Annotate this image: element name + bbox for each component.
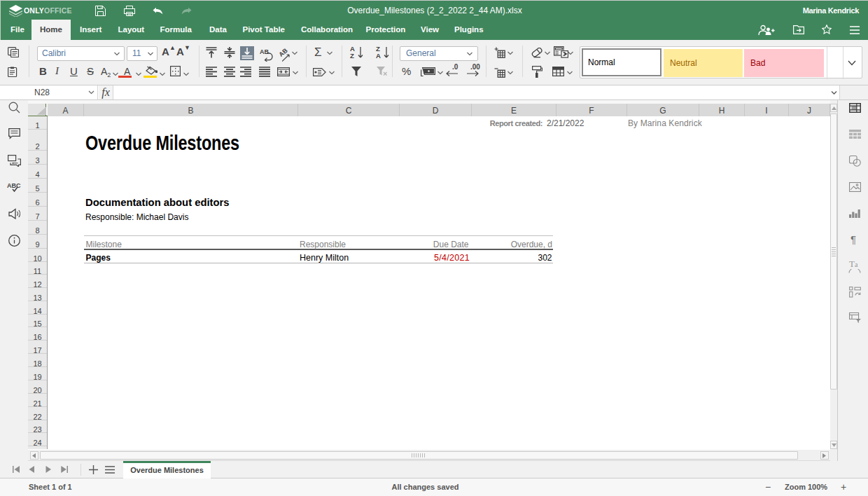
svg-text:ABC: ABC (7, 182, 21, 189)
